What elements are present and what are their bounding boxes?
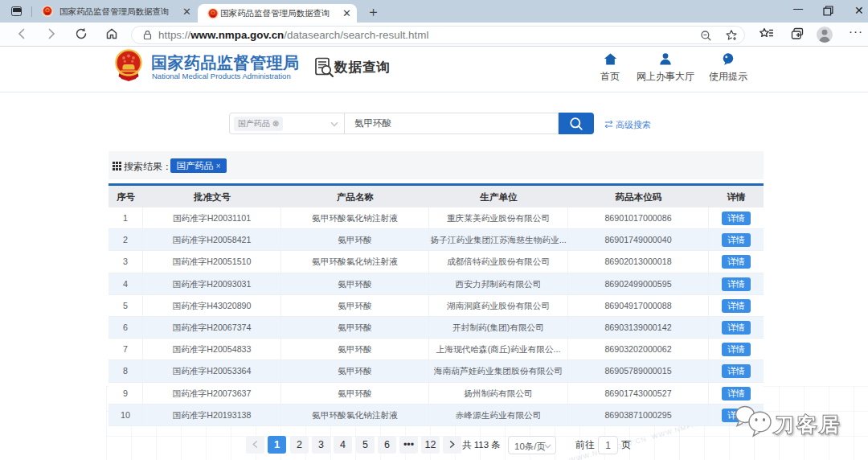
svg-text:刀客居: 刀客居 (774, 413, 842, 435)
